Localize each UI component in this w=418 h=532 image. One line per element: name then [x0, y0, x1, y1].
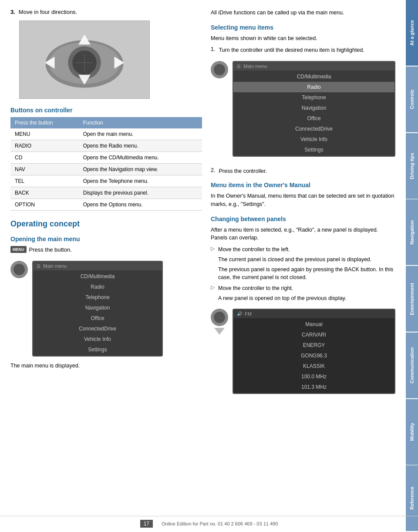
bullet-1: ▷ Move the controller to the left. The c…: [211, 246, 395, 282]
bullet-1-arrow: ▷: [211, 246, 215, 282]
sidebar-tab-entertainment[interactable]: Entertainment: [406, 266, 418, 332]
sidebar-tab-communication[interactable]: Communication: [406, 333, 418, 398]
table-header-function: Function: [79, 117, 202, 128]
button-function: Opens the Options menu.: [79, 199, 202, 211]
table-row: MENUOpen the main menu.: [10, 128, 202, 140]
arrow-down-icon: [214, 328, 225, 335]
step-1-row: 1. Turn the controller until the desired…: [211, 46, 395, 54]
sidebar-tab-at-a-glance[interactable]: At a glance: [406, 0, 418, 66]
button-name: CD: [10, 152, 79, 164]
fm-item: 100.0 MHz: [233, 371, 394, 382]
step-2-text: Press the controller.: [219, 167, 266, 175]
fm-items: ManualCARIVARIENERGYGONG96.3KLASSIK100.0…: [233, 318, 394, 393]
screen-mockup-1: ☰ Main menu CD/MultimediaRadioTelephoneN…: [32, 261, 163, 357]
button-function: Displays the previous panel.: [79, 187, 202, 199]
bullet-2: ▷ Move the controller to the right. A ne…: [211, 284, 395, 303]
button-name: BACK: [10, 187, 79, 199]
table-row: CDOpens the CD/Multimedia menu.: [10, 152, 202, 164]
owner-manual-heading: Menu items in the Owner's Manual: [211, 182, 395, 189]
bullet-1-sub1: The current panel is closed and the prev…: [218, 256, 395, 264]
table-row: NAVOpens the Navigation map view.: [10, 164, 202, 175]
step-2-number: 2.: [211, 167, 215, 175]
screen-item: CD/Multimedia: [233, 71, 394, 82]
sidebar: At a glanceControlsDriving tipsNavigatio…: [406, 0, 418, 532]
screen2-items: CD/MultimediaRadioTelephoneNavigationOff…: [233, 71, 394, 156]
sidebar-tab-controls[interactable]: Controls: [406, 67, 418, 132]
page-number: 17: [140, 520, 153, 528]
table-row: RADIOOpens the Radio menu.: [10, 140, 202, 152]
sidebar-tab-navigation[interactable]: Navigation: [406, 199, 418, 265]
screen2-header: ☰ Main menu: [233, 62, 394, 71]
fm-screen: 🔊 FM ManualCARIVARIENERGYGONG96.3KLASSIK…: [233, 309, 395, 394]
screen-item: ConnectedDrive: [233, 124, 394, 134]
fm-item: 101.3 MHz: [233, 382, 394, 392]
button-function: Opens the Telephone menu.: [79, 175, 202, 187]
opening-menu-heading: Opening the main menu: [10, 236, 202, 242]
page-layout: 3. Move in four directions.: [0, 0, 418, 532]
screen-item: CD/Multimedia: [33, 271, 162, 282]
screen-item: Radio: [33, 282, 162, 292]
table-header-button: Press the button: [10, 117, 79, 128]
button-name: MENU: [10, 128, 79, 140]
main-content: 3. Move in four directions.: [0, 0, 406, 532]
table-row: TELOpens the Telephone menu.: [10, 175, 202, 187]
button-name: NAV: [10, 164, 79, 175]
screen-item: Telephone: [33, 292, 162, 303]
controller-image: [19, 20, 150, 99]
fm-item: GONG96.3: [233, 350, 394, 361]
changing-panels-heading: Changing between panels: [211, 215, 395, 222]
bullet-2-arrow: ▷: [211, 284, 215, 303]
button-name: OPTION: [10, 199, 79, 211]
bullet-2-sub1: A new panel is opened on top of the prev…: [218, 294, 346, 303]
bullet-1-lead: Move the controller to the left.: [218, 246, 395, 254]
bullet-2-lead: Move the controller to the right.: [218, 284, 346, 293]
right-column: All iDrive functions can be called up vi…: [211, 9, 395, 515]
owner-manual-text: In the Owner's Manual, menu items that c…: [211, 192, 395, 209]
footer-text: Online Edition for Part no. 01 40 2 606 …: [162, 521, 278, 526]
screen1-items: CD/MultimediaRadioTelephoneNavigationOff…: [33, 270, 162, 356]
menu-button-icon: MENU: [10, 246, 27, 253]
button-function: Open the main menu.: [79, 128, 202, 140]
screen-item: Navigation: [233, 103, 394, 113]
screen1-header: ☰ Main menu: [33, 262, 162, 270]
screen-item: Office: [233, 113, 394, 124]
screen-item: Settings: [233, 145, 394, 155]
screen-item: Vehicle Info: [33, 334, 162, 344]
fm-item: ENERGY: [233, 340, 394, 350]
screen-mockup-2: ☰ Main menu CD/MultimediaRadioTelephoneN…: [233, 61, 395, 157]
press-button-text: Press the button.: [29, 246, 72, 253]
changing-panels-intro: After a menu item is selected, e.g., "Ra…: [211, 226, 395, 242]
operating-concept-heading: Operating concept: [10, 219, 202, 229]
left-column: 3. Move in four directions.: [10, 9, 202, 515]
button-function: Opens the CD/Multimedia menu.: [79, 152, 202, 164]
table-row: BACKDisplays the previous panel.: [10, 187, 202, 199]
fm-header: 🔊 FM: [233, 310, 394, 318]
screen-item: Vehicle Info: [233, 134, 394, 145]
button-function: Opens the Navigation map view.: [79, 164, 202, 175]
screen-item: Settings: [33, 344, 162, 355]
button-function: Opens the Radio menu.: [79, 140, 202, 152]
controller-svg: [20, 20, 149, 99]
fm-item: Manual: [233, 319, 394, 330]
step-3-text: Move in four directions.: [19, 9, 77, 15]
sidebar-tab-driving-tips[interactable]: Driving tips: [406, 133, 418, 199]
step-3-number: 3.: [10, 9, 15, 15]
screen-item: ConnectedDrive: [33, 323, 162, 334]
selecting-intro: Menu items shown in white can be selecte…: [211, 34, 395, 43]
step-2-row: 2. Press the controller.: [211, 167, 395, 175]
bullet-1-sub2: The previous panel is opened again by pr…: [218, 266, 395, 282]
screen1-header-icon: ☰: [37, 264, 40, 269]
screen-item: Navigation: [33, 303, 162, 313]
selecting-heading: Selecting menu items: [211, 24, 395, 31]
screen-item: Radio: [233, 82, 394, 92]
step-1-text: Turn the controller until the desired me…: [219, 46, 364, 54]
sidebar-tab-mobility[interactable]: Mobility: [406, 399, 418, 465]
screen-item: Telephone: [233, 92, 394, 103]
table-row: OPTIONOpens the Options menu.: [10, 199, 202, 211]
step-3-row: 3. Move in four directions.: [10, 9, 202, 15]
intro-text: All iDrive functions can be called up vi…: [211, 9, 395, 17]
fm-item: CARIVARI: [233, 330, 394, 340]
step-1-number: 1.: [211, 46, 215, 54]
page-footer: 17 Online Edition for Part no. 01 40 2 6…: [0, 516, 418, 528]
buttons-table: Press the button Function MENUOpen the m…: [10, 117, 202, 211]
